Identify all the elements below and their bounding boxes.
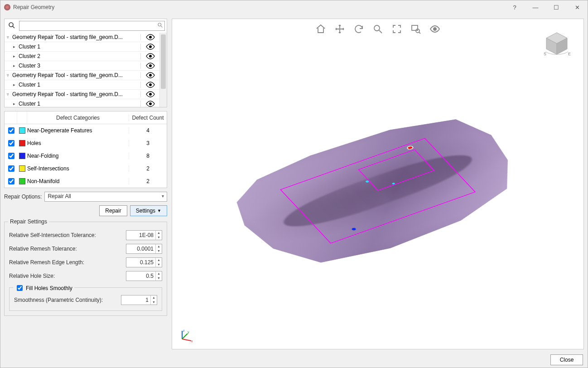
self-intersection-input[interactable]: 1E-08 ▲▼ (126, 230, 162, 240)
zoom-icon[interactable] (371, 23, 384, 35)
search-inner-icon[interactable] (157, 22, 163, 29)
hole-size-input[interactable]: 0.5 ▲▼ (126, 271, 162, 281)
zoom-rect-icon[interactable] (410, 23, 422, 35)
tree-item-label: Cluster 3 (17, 63, 140, 69)
hole-size-label: Relative Hole Size: (9, 273, 55, 279)
help-button[interactable]: ? (504, 0, 525, 14)
defects-header-count: Defect Count (129, 115, 167, 121)
expander-icon[interactable]: ▸ (11, 44, 17, 49)
repair-options-select[interactable]: Repair All (44, 192, 167, 202)
svg-point-0 (9, 23, 13, 27)
defects-table: Defect Categories Defect Count Near-Dege… (4, 111, 167, 188)
spin-down-icon[interactable]: ▼ (156, 235, 162, 240)
repair-settings-group: Repair Settings Relative Self-Intersecti… (4, 222, 167, 316)
footer: Close (0, 352, 588, 368)
svg-point-10 (149, 93, 152, 96)
terrain-mesh (203, 96, 553, 285)
visibility-toggle[interactable] (140, 82, 159, 88)
svg-point-4 (149, 36, 152, 39)
remesh-edge-input[interactable]: 0.125 ▲▼ (126, 257, 162, 267)
remesh-edge-label: Relative Remesh Edge Length: (9, 259, 84, 266)
close-button[interactable]: Close (550, 354, 583, 365)
search-input[interactable] (19, 21, 165, 31)
defect-checkbox[interactable] (8, 140, 14, 146)
svg-text:y: y (188, 330, 189, 334)
defect-count: 3 (129, 140, 167, 146)
defect-checkbox[interactable] (8, 165, 14, 172)
minimize-button[interactable]: — (525, 0, 546, 14)
expander-icon[interactable]: ▸ (11, 54, 17, 58)
expander-icon[interactable]: ▿ (5, 73, 11, 77)
viewport-3d[interactable]: S E z (172, 19, 584, 349)
move-icon[interactable] (333, 23, 346, 35)
defect-checkbox[interactable] (8, 178, 14, 184)
defect-checkbox[interactable] (8, 153, 14, 159)
view-cube[interactable]: S E (541, 30, 573, 62)
defect-name: Self-Intersections (27, 165, 129, 172)
defect-row: Non-Manifold2 (5, 175, 167, 188)
defect-checkbox[interactable] (8, 127, 14, 134)
visibility-toggle[interactable] (140, 72, 159, 79)
tree-item-root[interactable]: ▿Geometry Repair Tool - starting file_ge… (5, 71, 159, 80)
fill-holes-checkbox[interactable] (17, 285, 23, 291)
tree-item-label: Geometry Repair Tool - starting file_geo… (11, 72, 140, 78)
tree-panel: ▿Geometry Repair Tool - starting file_ge… (4, 19, 167, 107)
defect-count: 2 (129, 165, 167, 172)
visibility-toggle[interactable] (140, 34, 159, 41)
tree-scroll-thumb[interactable] (161, 34, 166, 89)
repair-geometry-window: Repair Geometry ? — ☐ ✕ (0, 0, 588, 368)
visibility-toggle[interactable] (140, 53, 159, 60)
tree-item-cluster[interactable]: ▸Cluster 1 (5, 99, 159, 107)
self-intersection-label: Relative Self-Intersection Tolerance: (9, 232, 96, 238)
spin-up-icon[interactable]: ▲ (156, 231, 162, 235)
titlebar: Repair Geometry ? — ☐ ✕ (0, 0, 588, 14)
tree-item-cluster[interactable]: ▸Cluster 1 (5, 80, 159, 90)
tree-item-root[interactable]: ▿Geometry Repair Tool - starting file_ge… (5, 90, 159, 99)
settings-button[interactable]: Settings▼ (130, 205, 167, 216)
defect-name: Holes (27, 140, 129, 146)
defect-color-swatch (19, 140, 25, 146)
view-mode-icon[interactable] (429, 23, 441, 35)
visibility-toggle[interactable] (140, 101, 159, 107)
fit-icon[interactable] (390, 23, 403, 35)
visibility-toggle[interactable] (140, 91, 159, 98)
svg-line-16 (419, 32, 420, 34)
svg-point-12 (374, 25, 380, 31)
svg-point-11 (149, 102, 152, 105)
defect-name: Non-Manifold (27, 178, 129, 184)
maximize-button[interactable]: ☐ (546, 0, 567, 14)
remesh-tol-label: Relative Remesh Tolerance: (9, 246, 77, 252)
svg-point-9 (149, 83, 152, 86)
defect-row: Holes3 (5, 137, 167, 150)
expander-icon[interactable]: ▸ (11, 102, 17, 106)
expander-icon[interactable]: ▸ (11, 82, 17, 87)
repair-button[interactable]: Repair (99, 205, 127, 216)
svg-point-5 (149, 45, 152, 48)
close-window-button[interactable]: ✕ (567, 0, 588, 14)
tree-item-cluster[interactable]: ▸Cluster 1 (5, 42, 159, 52)
expander-icon[interactable]: ▸ (11, 63, 17, 68)
defects-header-categories: Defect Categories (27, 115, 129, 121)
svg-point-17 (434, 28, 436, 30)
remesh-tol-input[interactable]: 0.0001 ▲▼ (126, 244, 162, 254)
tree-item-cluster[interactable]: ▸Cluster 2 (5, 52, 159, 61)
search-icon (6, 22, 17, 30)
tree-scrollbar[interactable] (159, 33, 167, 107)
smoothness-input[interactable]: 1 ▲▼ (121, 295, 157, 305)
defect-color-swatch (19, 153, 25, 159)
visibility-toggle[interactable] (140, 63, 159, 69)
svg-text:z: z (183, 329, 185, 332)
repair-options-label: Repair Options: (4, 194, 42, 200)
window-title: Repair Geometry (13, 4, 54, 10)
svg-text:x: x (191, 339, 193, 343)
tree-item-cluster[interactable]: ▸Cluster 3 (5, 61, 159, 71)
home-icon[interactable] (314, 23, 327, 35)
expander-icon[interactable]: ▿ (5, 35, 11, 39)
expander-icon[interactable]: ▿ (5, 92, 11, 97)
axis-gizmo[interactable]: z x y (178, 328, 193, 343)
visibility-toggle[interactable] (140, 44, 159, 50)
undo-icon[interactable] (352, 23, 365, 35)
compass-e: E (568, 52, 571, 56)
svg-point-6 (149, 55, 152, 58)
tree-item-root[interactable]: ▿Geometry Repair Tool - starting file_ge… (5, 33, 159, 42)
